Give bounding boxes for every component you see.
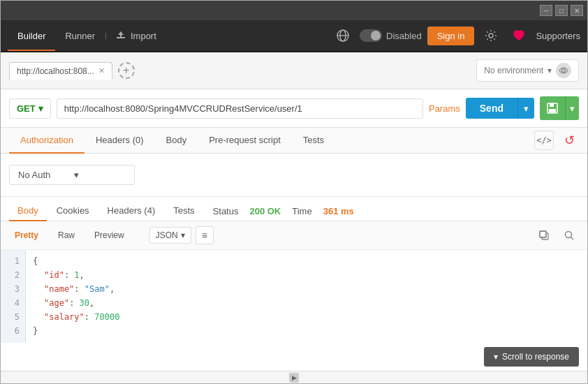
save-dropdown-button[interactable]: ▾ — [565, 96, 579, 120]
code-content: { "id": 1, "name": "Sam", "age": 30, "sa… — [26, 250, 587, 343]
globe-icon — [336, 29, 350, 43]
tab-headers[interactable]: Headers (0) — [84, 128, 155, 154]
maximize-button[interactable]: □ — [555, 5, 568, 16]
resp-tab-cookies[interactable]: Cookies — [48, 201, 98, 221]
code-line-2: "id": 1, — [33, 268, 580, 282]
filter-icon: ≡ — [202, 230, 207, 241]
code-icon-btn[interactable]: </> — [534, 131, 554, 150]
new-tab-button[interactable]: + — [118, 62, 135, 79]
line-num-6: 6 — [1, 324, 25, 338]
auth-type-label: No Auth — [18, 170, 70, 180]
method-select[interactable]: GET ▾ — [9, 98, 51, 119]
search-icon — [564, 230, 575, 241]
eye-icon — [559, 66, 568, 75]
bottom-scrollbar: ▶ — [1, 371, 587, 383]
chevron-down-icon: ▾ — [547, 66, 552, 75]
response-area: Body Cookies Headers (4) Tests Status 20… — [1, 197, 587, 383]
code-area: 1 2 3 4 5 6 { "id": 1, "name": "Sam", "a… — [1, 250, 587, 343]
settings-icon-btn[interactable] — [480, 24, 502, 47]
response-toolbar: Pretty Raw Preview JSON ▾ ≡ — [1, 221, 587, 250]
save-button[interactable] — [540, 96, 565, 120]
tab-body[interactable]: Body — [155, 128, 198, 154]
request-row: GET ▾ Params Send ▾ ▾ — [1, 89, 587, 128]
close-tab-icon[interactable]: ✕ — [98, 66, 105, 75]
globe-icon-btn[interactable] — [332, 24, 354, 47]
h-scroll-thumb[interactable]: ▶ — [289, 373, 299, 383]
save-btn-group: ▾ — [540, 96, 579, 120]
line-num-3: 3 — [1, 282, 25, 296]
refresh-icon-btn[interactable]: ↺ — [559, 131, 579, 150]
toggle-switch[interactable] — [360, 29, 382, 42]
tab-authorization[interactable]: Authorization — [9, 128, 84, 154]
app-window: ─ □ ✕ Builder Runner | Import Disabled S… — [0, 0, 588, 384]
code-line-5: "salary": 70000 — [33, 310, 580, 324]
code-line-6: } — [33, 324, 580, 338]
line-num-2: 2 — [1, 268, 25, 282]
filter-button[interactable]: ≡ — [196, 226, 214, 244]
tab-tests[interactable]: Tests — [292, 128, 335, 154]
svg-rect-12 — [540, 231, 546, 237]
auth-tabs-row: Authorization Headers (0) Body Pre-reque… — [1, 128, 587, 154]
disabled-label: Disabled — [386, 31, 422, 41]
svg-point-14 — [566, 232, 572, 238]
method-chevron-icon: ▾ — [38, 103, 43, 114]
scroll-to-response-button[interactable]: ▾ Scroll to response — [484, 347, 579, 367]
svg-line-15 — [571, 237, 574, 240]
search-icon-btn[interactable] — [559, 226, 579, 245]
url-bar-row: http://localhost:808... ✕ + No environme… — [1, 52, 587, 89]
nav-tab-builder[interactable]: Builder — [8, 27, 55, 45]
time-label: Time — [292, 206, 311, 216]
resp-tab-headers[interactable]: Headers (4) — [99, 201, 164, 221]
code-line-1: { — [33, 254, 580, 268]
status-value: 200 OK — [249, 206, 281, 216]
svg-rect-9 — [550, 103, 554, 107]
chevron-down-small-icon: ▾ — [494, 352, 498, 362]
supporters-btn[interactable]: Supporters — [536, 31, 580, 41]
auth-tab-icons: </> ↺ — [534, 131, 579, 150]
svg-rect-0 — [117, 37, 125, 38]
json-format-select[interactable]: JSON ▾ — [149, 227, 191, 244]
import-icon — [115, 30, 126, 41]
scroll-to-response-label: Scroll to response — [502, 352, 569, 362]
method-label: GET — [17, 103, 36, 114]
line-num-4: 4 — [1, 296, 25, 310]
minimize-button[interactable]: ─ — [540, 5, 552, 16]
heart-icon-btn[interactable] — [508, 24, 530, 47]
close-button[interactable]: ✕ — [571, 5, 583, 16]
import-label: Import — [131, 31, 156, 41]
send-button[interactable]: Send — [466, 98, 517, 119]
environment-selector[interactable]: No environment ▾ — [476, 59, 579, 82]
svg-rect-2 — [120, 34, 122, 37]
copy-icon — [538, 230, 550, 241]
resp-tab-body[interactable]: Body — [9, 201, 47, 221]
save-icon — [546, 102, 559, 115]
supporters-label: Supporters — [536, 31, 580, 41]
nav-tab-runner[interactable]: Runner — [55, 27, 105, 45]
tab-pre-request[interactable]: Pre-request script — [198, 128, 292, 154]
auth-type-select[interactable]: No Auth ▾ — [9, 165, 135, 185]
heart-icon — [512, 29, 526, 43]
nav-import-btn[interactable]: Import — [107, 26, 165, 45]
tab-url-text: http://localhost:808... — [17, 66, 94, 76]
status-label: Status — [213, 206, 239, 216]
disabled-toggle[interactable]: Disabled — [360, 29, 422, 42]
copy-icon-btn[interactable] — [534, 226, 554, 245]
title-bar-controls: ─ □ ✕ — [540, 5, 583, 16]
json-chevron-icon: ▾ — [181, 230, 185, 240]
sign-in-button[interactable]: Sign in — [427, 27, 475, 45]
send-btn-group: Send ▾ — [466, 98, 534, 119]
url-input[interactable] — [57, 98, 423, 119]
fmt-raw[interactable]: Raw — [52, 228, 80, 243]
send-dropdown-button[interactable]: ▾ — [517, 98, 534, 119]
json-label: JSON — [156, 230, 178, 240]
resp-tab-tests[interactable]: Tests — [165, 201, 203, 221]
current-tab[interactable]: http://localhost:808... ✕ — [9, 62, 112, 80]
auth-body: No Auth ▾ — [1, 154, 587, 197]
scroll-response-bar: ▾ Scroll to response — [1, 343, 587, 371]
params-button[interactable]: Params — [429, 103, 460, 114]
top-nav: Builder Runner | Import Disabled Sign in — [1, 20, 587, 52]
fmt-pretty[interactable]: Pretty — [9, 228, 44, 243]
svg-point-6 — [489, 34, 493, 38]
fmt-preview[interactable]: Preview — [89, 228, 130, 243]
nav-right-group: Disabled Sign in Supporters — [332, 24, 580, 47]
